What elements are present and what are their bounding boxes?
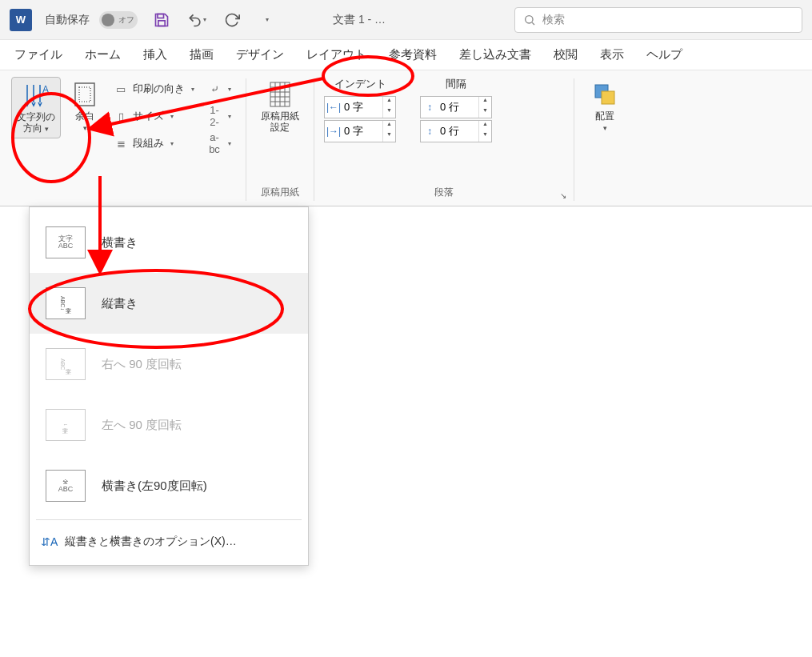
option-horizontal[interactable]: 文字ABC 横書き: [30, 212, 308, 273]
orientation-icon: ▭: [114, 83, 128, 95]
paragraph-group: インデント |←|0 字▲▼ |→|0 字▲▼ 間隔 ↕0 行▲▼ ↕0 行▲▼…: [316, 74, 572, 206]
arrange-icon: [590, 80, 619, 109]
ribbon-tabs: ファイル ホーム 挿入 描画 デザイン レイアウト 参考資料 差し込み文書 校閲…: [0, 40, 812, 70]
vertical-thumb-icon: 文字ABC↓: [46, 287, 86, 319]
svg-rect-1: [158, 20, 165, 26]
document-title[interactable]: 文書 1 - …: [333, 13, 386, 27]
save-icon[interactable]: [150, 9, 173, 31]
tab-file[interactable]: ファイル: [5, 42, 72, 67]
manuscript-group-label: 原稿用紙: [256, 186, 304, 202]
indent-header: インデント: [324, 77, 396, 91]
line-numbers-icon: 1-2-: [207, 104, 222, 128]
ribbon-layout: A 文字列の方向 ▾ 余白▾ ▭印刷の向き▾ ▯サイズ▾ ≣段組み▾ ⤶▾ 1-…: [0, 70, 812, 206]
spacing-header: 間隔: [420, 77, 492, 91]
option-horizontal-rotated[interactable]: ※ABC 横書き(左90度回転): [30, 455, 308, 516]
options-icon: ⇵A: [41, 535, 57, 548]
text-direction-icon: A: [22, 81, 50, 110]
redo-button[interactable]: [221, 9, 243, 31]
indent-right-icon: |→|: [325, 126, 342, 137]
spacing-after-icon: ↕: [421, 126, 438, 137]
spacing-before-icon: ↕: [421, 102, 438, 113]
margins-icon: [70, 80, 99, 109]
option-rotate-right: 文字ABC 右へ 90 度回転: [30, 334, 308, 395]
autosave-toggle[interactable]: オフ: [99, 11, 138, 29]
indent-left-icon: |←|: [325, 102, 342, 113]
search-box[interactable]: 検索: [514, 7, 802, 33]
line-numbers-button[interactable]: 1-2-▾: [202, 104, 236, 128]
spacing-after-spinner[interactable]: ↕0 行▲▼: [420, 120, 492, 142]
arrange-group: 配置▾: [576, 74, 634, 206]
rotate-left-thumb-icon: 文字↓: [46, 409, 86, 441]
manuscript-group: 原稿用紙設定 原稿用紙: [248, 74, 312, 206]
indent-left-spinner[interactable]: |←|0 字▲▼: [324, 96, 396, 118]
columns-icon: ≣: [114, 138, 128, 150]
manuscript-paper-button[interactable]: 原稿用紙設定: [256, 77, 304, 137]
svg-line-3: [532, 22, 534, 25]
horizontal-rotated-thumb-icon: ※ABC: [46, 470, 86, 502]
option-rotate-left: 文字↓ 左へ 90 度回転: [30, 395, 308, 455]
tab-mailings[interactable]: 差し込み文書: [450, 42, 541, 67]
tab-insert[interactable]: 挿入: [134, 42, 177, 67]
search-icon: [523, 14, 536, 26]
size-button[interactable]: ▯サイズ▾: [109, 104, 199, 128]
tab-layout[interactable]: レイアウト: [297, 42, 376, 67]
size-icon: ▯: [114, 110, 128, 122]
paragraph-group-label: 段落: [324, 186, 564, 202]
paragraph-dialog-launcher[interactable]: ↘: [558, 191, 569, 202]
autosave-label: 自動保存: [45, 13, 90, 27]
orientation-button[interactable]: ▭印刷の向き▾: [109, 77, 199, 101]
horizontal-thumb-icon: 文字ABC: [46, 226, 86, 258]
title-bar: W 自動保存 オフ ▾ ▾ 文書 1 - … 検索: [0, 0, 812, 40]
text-direction-dropdown: 文字ABC 横書き 文字ABC↓ 縦書き 文字ABC 右へ 90 度回転 文字↓…: [29, 206, 309, 566]
page-setup-group: A 文字列の方向 ▾ 余白▾ ▭印刷の向き▾ ▯サイズ▾ ≣段組み▾ ⤶▾ 1-…: [3, 74, 244, 206]
text-direction-button[interactable]: A 文字列の方向 ▾: [11, 77, 61, 138]
tab-design[interactable]: デザイン: [226, 42, 294, 67]
undo-button[interactable]: ▾: [186, 9, 208, 31]
svg-rect-6: [79, 87, 90, 102]
svg-rect-5: [75, 83, 94, 106]
svg-text:A: A: [42, 84, 49, 95]
tab-references[interactable]: 参考資料: [379, 42, 446, 67]
svg-point-2: [526, 15, 533, 22]
indent-right-spinner[interactable]: |→|0 字▲▼: [324, 120, 396, 142]
breaks-button[interactable]: ⤶▾: [202, 77, 236, 101]
tab-help[interactable]: ヘルプ: [637, 42, 692, 67]
tab-review[interactable]: 校閲: [544, 42, 587, 67]
rotate-right-thumb-icon: 文字ABC: [46, 348, 86, 380]
breaks-icon: ⤶: [207, 83, 222, 95]
manuscript-icon: [266, 80, 294, 109]
word-app-icon: W: [10, 9, 32, 31]
tab-draw[interactable]: 描画: [180, 42, 223, 67]
manuscript-label: 原稿用紙設定: [261, 110, 299, 134]
columns-button[interactable]: ≣段組み▾: [109, 131, 199, 155]
option-vertical[interactable]: 文字ABC↓ 縦書き: [30, 273, 308, 334]
text-direction-options[interactable]: ⇵A 縦書きと横書きのオプション(X)…: [30, 523, 308, 560]
dropdown-separator: [36, 519, 302, 520]
svg-rect-16: [602, 91, 614, 104]
margins-button[interactable]: 余白▾: [64, 77, 106, 137]
hyphenation-button[interactable]: a-bc▾: [202, 131, 236, 155]
arrange-button[interactable]: 配置▾: [584, 77, 626, 137]
hyphenation-icon: a-bc: [207, 131, 222, 155]
tab-view[interactable]: 表示: [590, 42, 634, 67]
qat-overflow-button[interactable]: ▾: [256, 9, 278, 31]
tab-home[interactable]: ホーム: [75, 42, 130, 67]
spacing-before-spinner[interactable]: ↕0 行▲▼: [420, 96, 492, 118]
svg-rect-0: [158, 14, 164, 18]
